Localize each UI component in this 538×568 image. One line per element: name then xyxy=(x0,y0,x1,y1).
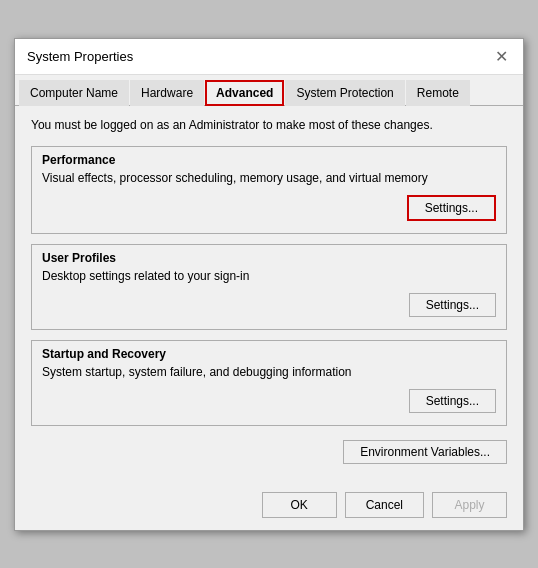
title-bar: System Properties ✕ xyxy=(15,39,523,75)
tab-advanced[interactable]: Advanced xyxy=(205,80,284,106)
environment-variables-button[interactable]: Environment Variables... xyxy=(343,440,507,464)
tab-bar: Computer Name Hardware Advanced System P… xyxy=(15,75,523,106)
startup-recovery-section: Startup and Recovery System startup, sys… xyxy=(31,340,507,426)
cancel-button[interactable]: Cancel xyxy=(345,492,424,518)
apply-button[interactable]: Apply xyxy=(432,492,507,518)
user-profiles-settings-button[interactable]: Settings... xyxy=(409,293,496,317)
startup-recovery-settings-button[interactable]: Settings... xyxy=(409,389,496,413)
tab-remote[interactable]: Remote xyxy=(406,80,470,106)
env-variables-row: Environment Variables... xyxy=(31,436,507,472)
system-properties-window: System Properties ✕ Computer Name Hardwa… xyxy=(14,38,524,531)
startup-recovery-label: Startup and Recovery xyxy=(42,347,496,361)
close-button[interactable]: ✕ xyxy=(491,46,511,66)
window-title: System Properties xyxy=(27,49,133,64)
startup-recovery-description: System startup, system failure, and debu… xyxy=(42,365,496,379)
performance-section: Performance Visual effects, processor sc… xyxy=(31,146,507,234)
user-profiles-section: User Profiles Desktop settings related t… xyxy=(31,244,507,330)
user-profiles-description: Desktop settings related to your sign-in xyxy=(42,269,496,283)
content-area: You must be logged on as an Administrato… xyxy=(15,106,523,484)
performance-label: Performance xyxy=(42,153,496,167)
performance-settings-button[interactable]: Settings... xyxy=(407,195,496,221)
admin-info-text: You must be logged on as an Administrato… xyxy=(31,118,507,132)
tab-computer-name[interactable]: Computer Name xyxy=(19,80,129,106)
performance-description: Visual effects, processor scheduling, me… xyxy=(42,171,496,185)
tab-hardware[interactable]: Hardware xyxy=(130,80,204,106)
user-profiles-label: User Profiles xyxy=(42,251,496,265)
ok-button[interactable]: OK xyxy=(262,492,337,518)
footer-buttons: OK Cancel Apply xyxy=(15,484,523,530)
tab-system-protection[interactable]: System Protection xyxy=(285,80,404,106)
